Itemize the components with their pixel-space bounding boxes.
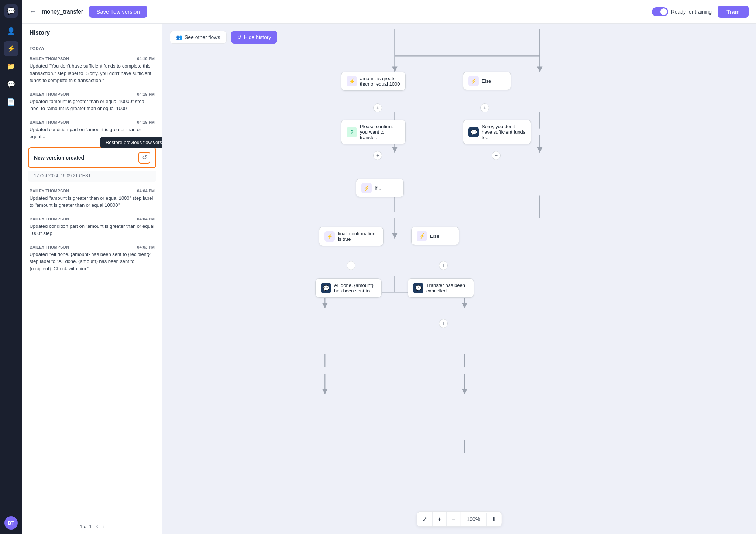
history-entry-3-meta: BAILEY THOMPSON 04:19 PM <box>30 120 155 124</box>
node-else-1[interactable]: ⚡ Else <box>463 72 511 90</box>
ready-for-training-toggle: Ready for training <box>652 7 712 16</box>
history-time-1: 04:19 PM <box>137 57 155 61</box>
node-label-sorry: Sorry, you don't have sufficient funds t… <box>482 124 526 140</box>
user-icon: 👤 <box>7 27 15 35</box>
add-btn-6[interactable]: + <box>439 261 448 270</box>
zoom-bar: ⤢ + − 100% ⬇ <box>417 511 502 527</box>
plus-icon: + <box>438 516 441 522</box>
back-button[interactable]: ← <box>30 8 36 16</box>
history-entry-5: BAILEY THOMPSON 04:04 PM Updated conditi… <box>22 213 162 241</box>
history-time-5: 04:04 PM <box>137 217 155 221</box>
add-btn-7[interactable]: + <box>439 319 448 328</box>
main: ← money_transfer Save flow version Ready… <box>22 0 756 534</box>
download-icon: ⬇ <box>491 516 496 522</box>
node-cancelled[interactable]: 💬 Transfer has been cancelled <box>408 278 474 298</box>
add-btn-3[interactable]: + <box>492 151 501 160</box>
history-entry-1-text: Updated "You don't have sufficient funds… <box>30 62 155 84</box>
download-button[interactable]: ⬇ <box>486 512 501 526</box>
node-if[interactable]: ⚡ If... <box>356 179 404 197</box>
history-section-today: TODAY <box>22 41 162 53</box>
back-icon: ← <box>30 8 36 16</box>
node-icon-final: ⚡ <box>324 231 335 242</box>
sidebar-item-doc[interactable]: 📄 <box>4 95 18 109</box>
add-btn-1[interactable]: + <box>373 103 382 112</box>
node-sorry-no-funds[interactable]: 💬 Sorry, you don't have sufficient funds… <box>463 120 531 144</box>
add-btn-4[interactable]: + <box>373 151 382 160</box>
see-other-flows-label: See other flows <box>185 34 220 40</box>
history-author-6: BAILEY THOMPSON <box>30 245 69 249</box>
node-amount-gte-1000[interactable]: ⚡ amount is greater than or equal 1000 <box>341 72 406 91</box>
history-pagination: 1 of 1 ‹ › <box>22 518 162 534</box>
history-entry-3-text: Updated condition part on "amount is gre… <box>30 126 155 140</box>
node-else-2[interactable]: ⚡ Else <box>411 227 459 245</box>
expand-icon: ⤢ <box>422 516 427 522</box>
flow-nodes-container: ⚡ amount is greater than or equal 1000 ⚡… <box>162 24 756 534</box>
node-please-confirm[interactable]: ? Please confirm: you want to transfer..… <box>341 120 406 144</box>
history-entry-3: BAILEY THOMPSON 04:19 PM Updated conditi… <box>22 116 162 144</box>
node-label-cancelled: Transfer has been cancelled <box>426 283 468 294</box>
node-label-amount: amount is greater than or equal 1000 <box>360 76 400 87</box>
expand-button[interactable]: ⤢ <box>417 512 433 526</box>
version-label: New version created <box>34 155 84 161</box>
page-info: 1 of 1 <box>80 524 92 529</box>
doc-icon: 📄 <box>7 98 15 106</box>
restore-button[interactable]: ↺ <box>138 152 150 164</box>
history-entry-6-text: Updated "All done. {amount} has been sen… <box>30 251 155 273</box>
sidebar-item-flow[interactable]: ⚡ <box>4 41 18 56</box>
sidebar: 💬 👤 ⚡ 📁 💬 📄 BT <box>0 0 22 534</box>
history-entry-2-meta: BAILEY THOMPSON 04:19 PM <box>30 92 155 96</box>
node-icon-alldone: 💬 <box>321 283 331 293</box>
prev-page-button[interactable]: ‹ <box>96 523 98 530</box>
people-icon: 👥 <box>176 34 182 40</box>
sidebar-item-user[interactable]: 👤 <box>4 24 18 38</box>
node-label-confirm: Please confirm: you want to transfer... <box>360 124 400 140</box>
version-block: New version created ↺ Restore previous f… <box>28 147 156 168</box>
sidebar-logo[interactable]: 💬 <box>4 4 18 18</box>
sidebar-item-folder[interactable]: 📁 <box>4 59 18 74</box>
node-all-done[interactable]: 💬 All done. {amount} has been sent to... <box>315 278 382 298</box>
train-button[interactable]: Train <box>718 6 749 18</box>
canvas: 👥 See other flows ↺ Hide history <box>162 24 756 534</box>
zoom-in-button[interactable]: + <box>433 512 447 526</box>
history-time-6: 04:03 PM <box>137 245 155 249</box>
zoom-level: 100% <box>461 513 486 526</box>
node-icon-else2: ⚡ <box>417 231 427 241</box>
add-btn-5[interactable]: + <box>347 261 355 270</box>
history-entry-5-text: Updated condition part on "amount is gre… <box>30 223 155 237</box>
history-time-3: 04:19 PM <box>137 120 155 124</box>
history-body: TODAY BAILEY THOMPSON 04:19 PM Updated "… <box>22 41 162 518</box>
version-date: 17 Oct 2024, 16:09:21 CEST <box>28 171 156 182</box>
canvas-toolbar: 👥 See other flows ↺ Hide history <box>170 31 277 44</box>
topbar-right: Ready for training Train <box>652 6 749 18</box>
history-time-4: 04:04 PM <box>137 189 155 193</box>
ready-for-training-label: Ready for training <box>671 9 712 15</box>
node-label-if: If... <box>375 185 381 191</box>
training-toggle[interactable] <box>652 7 668 16</box>
node-final-confirm[interactable]: ⚡ final_confirmation is true <box>319 227 384 246</box>
next-page-button[interactable]: › <box>103 523 104 530</box>
node-icon-sorry: 💬 <box>468 127 479 137</box>
node-icon-if: ⚡ <box>361 183 372 193</box>
history-entry-4: BAILEY THOMPSON 04:04 PM Updated "amount… <box>22 185 162 213</box>
see-other-flows-button[interactable]: 👥 See other flows <box>170 31 227 44</box>
add-btn-2[interactable]: + <box>480 103 489 112</box>
node-icon-else1: ⚡ <box>468 76 479 86</box>
flow-icon: ⚡ <box>7 45 15 53</box>
hide-history-label: Hide history <box>244 34 271 40</box>
sidebar-item-chat[interactable]: 💬 <box>4 77 18 92</box>
content: History TODAY BAILEY THOMPSON 04:19 PM U… <box>22 24 756 534</box>
hide-history-button[interactable]: ↺ Hide history <box>231 31 278 44</box>
logo-icon: 💬 <box>7 7 15 15</box>
folder-icon: 📁 <box>7 62 15 71</box>
history-author-3: BAILEY THOMPSON <box>30 120 69 124</box>
history-author-5: BAILEY THOMPSON <box>30 217 69 221</box>
avatar[interactable]: BT <box>4 516 18 530</box>
history-entry-1-meta: BAILEY THOMPSON 04:19 PM <box>30 57 155 61</box>
save-flow-button[interactable]: Save flow version <box>89 6 147 18</box>
zoom-out-button[interactable]: − <box>447 512 461 526</box>
history-entry-4-text: Updated "amount is greater than or equal… <box>30 195 155 209</box>
history-entry-2-text: Updated "amount is greater than or equal… <box>30 98 155 112</box>
history-entry-4-meta: BAILEY THOMPSON 04:04 PM <box>30 189 155 193</box>
node-icon-amount: ⚡ <box>347 76 357 86</box>
history-icon: ↺ <box>237 34 242 40</box>
